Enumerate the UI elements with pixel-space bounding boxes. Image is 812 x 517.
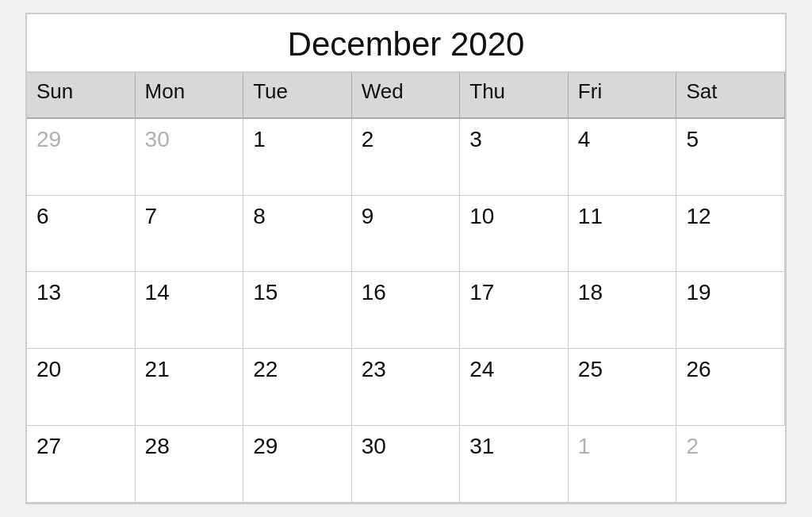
day-cell[interactable]: 15 (243, 272, 352, 349)
day-cell[interactable]: 2 (352, 119, 461, 196)
day-cell[interactable]: 10 (460, 196, 569, 273)
day-cell[interactable]: 6 (27, 196, 136, 273)
day-cell[interactable]: 29 (27, 119, 136, 196)
calendar: December 2020 SunMonTueWedThuFriSat29301… (25, 13, 787, 504)
day-cell[interactable]: 27 (27, 426, 136, 503)
day-cell[interactable]: 13 (27, 272, 136, 349)
day-header-thu: Thu (460, 73, 569, 119)
day-header-sun: Sun (27, 73, 136, 119)
day-cell[interactable]: 4 (569, 119, 677, 196)
day-cell[interactable]: 31 (460, 426, 569, 503)
day-header-mon: Mon (136, 73, 244, 119)
day-cell[interactable]: 14 (136, 272, 244, 349)
day-cell[interactable]: 22 (243, 349, 352, 426)
day-cell[interactable]: 21 (136, 349, 244, 426)
day-cell[interactable]: 28 (136, 426, 244, 503)
day-cell[interactable]: 2 (676, 426, 785, 503)
day-cell[interactable]: 26 (676, 349, 785, 426)
day-cell[interactable]: 12 (676, 196, 785, 273)
day-header-fri: Fri (569, 73, 677, 119)
day-header-wed: Wed (352, 73, 461, 119)
day-cell[interactable]: 3 (460, 119, 569, 196)
day-header-tue: Tue (243, 73, 352, 119)
calendar-grid: SunMonTueWedThuFriSat2930123456789101112… (27, 73, 785, 503)
day-cell[interactable]: 9 (352, 196, 461, 273)
day-cell[interactable]: 7 (136, 196, 244, 273)
calendar-title: December 2020 (27, 14, 785, 73)
day-cell[interactable]: 24 (460, 349, 569, 426)
day-cell[interactable]: 20 (27, 349, 136, 426)
day-cell[interactable]: 30 (136, 119, 244, 196)
day-cell[interactable]: 11 (569, 196, 677, 273)
day-cell[interactable]: 17 (460, 272, 569, 349)
day-cell[interactable]: 1 (243, 119, 352, 196)
day-cell[interactable]: 8 (243, 196, 352, 273)
day-cell[interactable]: 25 (569, 349, 677, 426)
day-cell[interactable]: 19 (676, 272, 785, 349)
day-cell[interactable]: 5 (676, 119, 785, 196)
day-header-sat: Sat (676, 73, 785, 119)
day-cell[interactable]: 16 (352, 272, 461, 349)
day-cell[interactable]: 1 (569, 426, 677, 503)
day-cell[interactable]: 30 (352, 426, 461, 503)
day-cell[interactable]: 29 (243, 426, 352, 503)
day-cell[interactable]: 18 (569, 272, 677, 349)
day-cell[interactable]: 23 (352, 349, 461, 426)
